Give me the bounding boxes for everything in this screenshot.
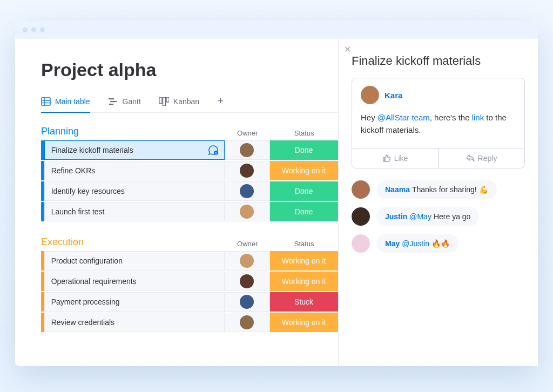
row-owner-cell[interactable]	[225, 161, 271, 180]
tab-gantt[interactable]: Gantt	[109, 97, 141, 113]
status-label: Working on it	[282, 277, 326, 286]
status-label: Done	[295, 207, 313, 216]
row-name-cell[interactable]: Payment processing	[44, 292, 225, 312]
row-status-cell[interactable]: Done	[270, 140, 338, 160]
item-title: Finalize kickoff materials	[352, 54, 525, 68]
tab-main-table[interactable]: Main table	[41, 97, 90, 113]
tab-label: Main table	[55, 97, 90, 106]
kanban-icon	[159, 97, 169, 106]
table-row: Review credentials Working on it	[41, 313, 338, 332]
row-name-cell[interactable]: Refine OKRs	[44, 161, 225, 180]
avatar	[352, 180, 370, 199]
row-name-text: Identify key resources	[51, 187, 125, 195]
emoji-fire: 🔥🔥	[431, 239, 450, 248]
comment-text: Hey @AllStar team, here's the link to th…	[361, 112, 516, 136]
row-owner-cell[interactable]	[225, 251, 271, 271]
avatar	[240, 295, 254, 309]
reply-row: Naama Thanks for sharing! 💪	[352, 180, 525, 199]
mention[interactable]: @AllStar team	[377, 113, 430, 122]
gantt-icon	[109, 97, 118, 106]
avatar	[240, 254, 254, 268]
row-status-cell[interactable]: Working on it	[270, 251, 338, 271]
row-name-text: Finalize kickoff materials	[51, 146, 133, 154]
avatar	[352, 234, 370, 253]
row-name-cell[interactable]: Review credentials	[44, 313, 225, 332]
status-label: Done	[295, 187, 313, 195]
column-header-status: Status	[270, 129, 338, 137]
emoji-flex: 💪	[479, 185, 488, 194]
table-row: Operational requirements Working on it	[41, 272, 338, 291]
row-status-cell[interactable]: Working on it	[270, 272, 338, 291]
group-rows: Product configuration Working on it Oper…	[41, 251, 338, 332]
row-name-text: Refine OKRs	[51, 166, 96, 175]
reply-text: Thanks for sharing!	[412, 185, 477, 194]
main-panel: Project alpha Main table Gantt	[15, 39, 338, 366]
row-status-cell[interactable]: Done	[270, 202, 338, 221]
row-name-cell[interactable]: Launch first test	[44, 202, 225, 221]
comment-card: Kara Hey @AllStar team, here's the link …	[352, 78, 525, 168]
row-name-cell[interactable]: Operational requirements	[44, 272, 225, 291]
reply-author: Justin	[385, 212, 407, 221]
avatar	[240, 274, 254, 288]
row-owner-cell[interactable]	[225, 140, 271, 160]
row-status-cell[interactable]: Working on it	[270, 161, 338, 180]
row-name-cell[interactable]: Product configuration	[44, 251, 225, 271]
reply-bubble[interactable]: Naama Thanks for sharing! 💪	[376, 180, 497, 199]
browser-window: Project alpha Main table Gantt	[15, 21, 538, 366]
chat-icon[interactable]: 1	[208, 145, 219, 156]
row-name-text: Operational requirements	[51, 277, 137, 286]
table-icon	[41, 97, 51, 106]
row-owner-cell[interactable]	[225, 202, 271, 221]
window-dot	[23, 28, 28, 32]
avatar	[361, 86, 379, 104]
row-owner-cell[interactable]	[225, 292, 271, 312]
mention[interactable]: @May	[409, 212, 431, 221]
reply-button[interactable]: Reply	[439, 148, 524, 168]
row-status-cell[interactable]: Stuck	[270, 292, 338, 312]
group-rows: Finalize kickoff materials 1 Done Refine…	[41, 140, 338, 221]
reply-icon	[466, 154, 475, 162]
row-name-cell[interactable]: Identify key resources	[44, 181, 225, 201]
page-title: Project alpha	[41, 59, 338, 80]
workspace: Project alpha Main table Gantt	[15, 39, 538, 366]
row-status-cell[interactable]: Done	[270, 181, 338, 201]
column-header-owner: Owner	[225, 240, 270, 248]
column-header-owner: Owner	[225, 129, 270, 137]
group-title[interactable]: Execution	[41, 236, 225, 248]
item-details-panel: ✕ Finalize kickoff materials Kara Hey @A…	[338, 39, 538, 366]
status-label: Stuck	[294, 298, 313, 306]
svg-rect-0	[42, 98, 50, 105]
group-planning: Planning Owner Status Finalize kickoff m…	[41, 126, 338, 221]
table-row: Refine OKRs Working on it	[41, 161, 338, 180]
tab-label: Gantt	[123, 97, 141, 106]
like-label: Like	[394, 154, 408, 163]
row-name-cell[interactable]: Finalize kickoff materials 1	[44, 140, 225, 160]
mention[interactable]: @Justin	[402, 239, 429, 248]
row-name-text: Launch first test	[51, 207, 105, 216]
comment-author[interactable]: Kara	[385, 91, 402, 100]
row-status-cell[interactable]: Working on it	[270, 313, 338, 332]
avatar	[240, 164, 254, 178]
comment-body: Kara Hey @AllStar team, here's the link …	[352, 78, 524, 148]
svg-rect-4	[109, 98, 114, 99]
row-owner-cell[interactable]	[225, 313, 271, 332]
reply-author: May	[385, 239, 400, 248]
link[interactable]: link	[472, 113, 484, 122]
view-tabs: Main table Gantt Kanban +	[41, 96, 338, 113]
row-owner-cell[interactable]	[225, 181, 271, 201]
group-header: Execution Owner Status	[41, 236, 338, 248]
table-row: Launch first test Done	[41, 202, 338, 221]
tab-kanban[interactable]: Kanban	[159, 97, 199, 113]
group-title[interactable]: Planning	[41, 126, 225, 137]
window-dot	[40, 28, 45, 32]
row-owner-cell[interactable]	[225, 272, 271, 291]
reply-bubble[interactable]: May @Justin 🔥🔥	[376, 234, 458, 253]
reply-bubble[interactable]: Justin @May Here ya go	[376, 207, 479, 226]
reply-label: Reply	[478, 154, 497, 163]
comment-author-row: Kara	[361, 86, 516, 104]
close-icon[interactable]: ✕	[344, 44, 351, 55]
table-row: Identify key resources Done	[41, 181, 338, 201]
add-view-button[interactable]: +	[218, 96, 224, 112]
like-button[interactable]: Like	[352, 148, 439, 168]
table-row: Finalize kickoff materials 1 Done	[41, 140, 338, 160]
